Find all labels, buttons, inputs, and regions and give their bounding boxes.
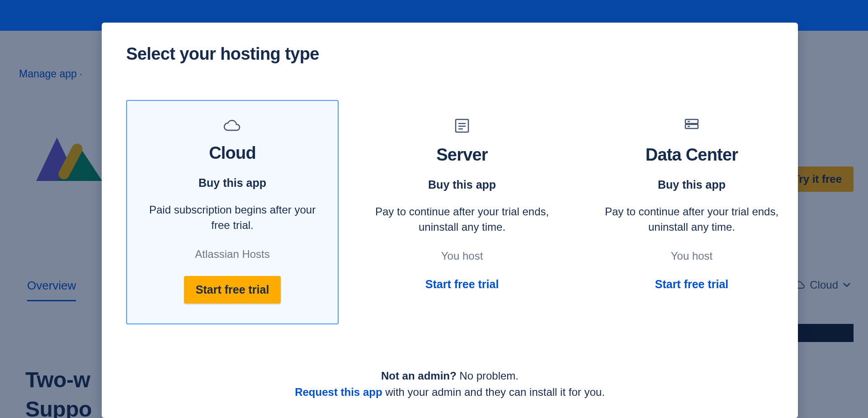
hosting-option-server[interactable]: Server Buy this app Pay to continue afte… [356, 100, 568, 324]
option-host: You host [601, 250, 783, 262]
start-free-trial-link[interactable]: Start free trial [655, 278, 729, 290]
option-subhead: Buy this app [601, 178, 783, 191]
option-title: Data Center [601, 145, 783, 165]
option-title: Server [371, 145, 553, 165]
start-free-trial-link[interactable]: Start free trial [425, 278, 499, 290]
request-app-link[interactable]: Request this app [295, 386, 382, 398]
data-center-icon [601, 118, 783, 135]
admin-help-line: Not an admin? No problem. Request this a… [102, 370, 798, 399]
option-desc: Pay to continue after your trial ends, u… [601, 204, 783, 234]
not-admin-rest: No problem. [457, 370, 519, 382]
hosting-options: Cloud Buy this app Paid subscription beg… [126, 100, 798, 324]
svg-rect-7 [685, 119, 698, 124]
option-host: Atlassian Hosts [142, 248, 322, 261]
hosting-option-cloud[interactable]: Cloud Buy this app Paid subscription beg… [126, 100, 339, 324]
option-host: You host [371, 250, 553, 262]
request-rest: with your admin and they can install it … [382, 386, 605, 398]
server-icon [371, 118, 553, 135]
svg-rect-8 [685, 124, 698, 128]
start-free-trial-button[interactable]: Start free trial [184, 276, 281, 304]
option-desc: Pay to continue after your trial ends, u… [371, 204, 553, 234]
hosting-option-data-center[interactable]: Data Center Buy this app Pay to continue… [585, 100, 798, 324]
option-desc: Paid subscription begins after your free… [142, 202, 322, 233]
cloud-icon [142, 119, 322, 133]
option-subhead: Buy this app [371, 178, 553, 191]
option-subhead: Buy this app [142, 176, 322, 190]
not-admin-label: Not an admin? [381, 370, 457, 382]
modal-title: Select your hosting type [126, 44, 798, 64]
option-title: Cloud [142, 143, 322, 163]
hosting-modal: Select your hosting type Cloud Buy this … [102, 23, 798, 418]
